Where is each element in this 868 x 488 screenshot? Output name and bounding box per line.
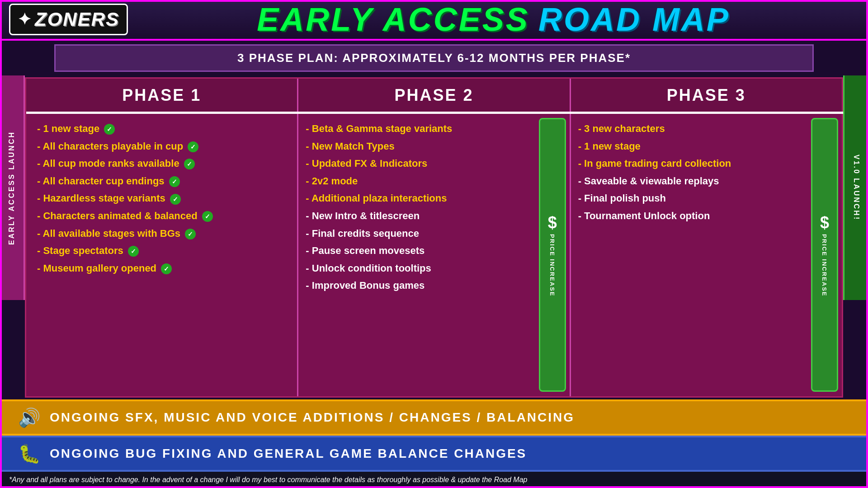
phase-banner-container: 3 PHASE PLAN: APPROXIMATELY 6-12 MONTHS … xyxy=(0,41,868,75)
bug-banner-text: ONGOING BUG FIXING AND GENERAL GAME BALA… xyxy=(50,446,527,461)
phase-banner-text: 3 PHASE PLAN: APPROXIMATELY 6-12 MONTHS … xyxy=(237,51,631,65)
logo-name: ZONERS xyxy=(35,9,119,30)
sound-icon: 🔊 xyxy=(18,407,41,428)
checkmark-icon: ✓ xyxy=(161,263,172,274)
timeline-arrow xyxy=(26,112,855,114)
checkmark-icon: ✓ xyxy=(184,159,195,169)
sfx-banner: 🔊 ONGOING SFX, MUSIC AND VOICE ADDITIONS… xyxy=(0,399,868,436)
phase-2-price-bar: $ Price Increase xyxy=(539,118,566,392)
phase-banner: 3 PHASE PLAN: APPROXIMATELY 6-12 MONTHS … xyxy=(54,44,814,72)
header: ✦ ZONERS EARLY ACCESS ROAD MAP xyxy=(0,0,868,41)
phases-grid: PHASE 1 - 1 new stage ✓ - All characters… xyxy=(25,77,843,398)
list-item: - New Intro & titlescreen xyxy=(306,210,528,223)
road-map-title: ROAD MAP xyxy=(538,1,730,38)
list-item: - Beta & Gamma stage variants xyxy=(306,122,528,136)
sfx-banner-text: ONGOING SFX, MUSIC AND VOICE ADDITIONS /… xyxy=(50,410,575,425)
timeline-line xyxy=(26,112,864,114)
list-item: - Saveable & viewable replays xyxy=(578,175,800,188)
checkmark-icon: ✓ xyxy=(185,229,196,239)
phase-3-header: PHASE 3 xyxy=(571,79,842,113)
price-dollar-icon: $ xyxy=(548,213,557,232)
list-item: - 1 new stage ✓ xyxy=(37,122,286,136)
phase-2-list: - Beta & Gamma stage variants - New Matc… xyxy=(298,113,535,396)
list-item: - Final polish push xyxy=(578,192,800,205)
checkmark-icon: ✓ xyxy=(202,211,213,222)
price-increase-label: Price Increase xyxy=(549,234,556,297)
price-increase-2-label: Price Increase xyxy=(821,234,828,297)
checkmark-icon: ✓ xyxy=(169,176,180,187)
bug-banner: 🐛 ONGOING BUG FIXING AND GENERAL GAME BA… xyxy=(0,436,868,472)
phase-1-header: PHASE 1 xyxy=(26,79,297,113)
list-item: - Tournament Unlock option xyxy=(578,210,800,223)
phase-2-with-price: - Beta & Gamma stage variants - New Matc… xyxy=(298,113,569,396)
list-item: - All available stages with BGs ✓ xyxy=(37,227,286,240)
phase-1-title: PHASE 1 xyxy=(122,86,201,104)
list-item: - Stage spectators ✓ xyxy=(37,244,286,258)
list-item: - Unlock condition tooltips xyxy=(306,262,528,275)
content-wrapper: EARLY ACCESS LAUNCH V1.0 LAUNCH! PHASE 1… xyxy=(0,75,868,399)
checkmark-icon: ✓ xyxy=(170,194,181,205)
list-item: - Updated FX & Indicators xyxy=(306,157,528,170)
disclaimer-text: *Any and all plans are subject to change… xyxy=(9,476,527,484)
checkmark-icon: ✓ xyxy=(104,124,115,135)
early-access-title: EARLY ACCESS xyxy=(257,1,529,38)
list-item: - Improved Bonus games xyxy=(306,279,528,292)
phase-1-column: PHASE 1 - 1 new stage ✓ - All characters… xyxy=(26,79,298,396)
phase-2-column: PHASE 2 - Beta & Gamma stage variants - … xyxy=(298,79,571,396)
phase-1-content: - 1 new stage ✓ - All characters playabl… xyxy=(26,113,297,396)
list-item: - 2v2 mode xyxy=(306,175,528,188)
checkmark-icon: ✓ xyxy=(128,246,139,257)
list-item: - Characters animated & balanced ✓ xyxy=(37,210,286,223)
early-access-label: EARLY ACCESS LAUNCH xyxy=(0,75,25,300)
list-item: - Pause screen movesets xyxy=(306,244,528,258)
list-item: - Hazardless stage variants ✓ xyxy=(37,192,286,205)
list-item: - In game trading card collection xyxy=(578,157,800,170)
phase-3-column: PHASE 3 - 3 new characters - 1 new stage… xyxy=(571,79,842,396)
list-item: - New Match Types xyxy=(306,140,528,153)
phase-3-price-bar: $ Price Increase xyxy=(811,118,838,392)
logo-star-icon: ✦ xyxy=(18,10,31,29)
main-container: ✦ ZONERS EARLY ACCESS ROAD MAP 3 PHASE P… xyxy=(0,0,868,488)
phase-3-list: - 3 new characters - 1 new stage - In ga… xyxy=(571,113,807,396)
list-item: - All cup mode ranks available ✓ xyxy=(37,157,286,170)
v10-launch-label-text: V1.0 LAUNCH! xyxy=(852,155,860,221)
disclaimer-bar: *Any and all plans are subject to change… xyxy=(0,472,868,488)
phase-3-title: PHASE 3 xyxy=(667,86,746,104)
early-access-label-text: EARLY ACCESS LAUNCH xyxy=(7,131,16,245)
list-item: - 3 new characters xyxy=(578,122,800,136)
list-item: - Final credits sequence xyxy=(306,227,528,240)
title-area: EARLY ACCESS ROAD MAP xyxy=(128,1,859,38)
list-item: - Additional plaza interactions xyxy=(306,192,528,205)
phase-2-header: PHASE 2 xyxy=(298,79,569,113)
bug-icon: 🐛 xyxy=(18,443,41,465)
v10-launch-label: V1.0 LAUNCH! xyxy=(843,75,868,300)
list-item: - 1 new stage xyxy=(578,140,800,153)
price-dollar-2-icon: $ xyxy=(820,213,829,232)
phase-2-title: PHASE 2 xyxy=(394,86,473,104)
list-item: - All character cup endings ✓ xyxy=(37,175,286,188)
bottom-banners: 🔊 ONGOING SFX, MUSIC AND VOICE ADDITIONS… xyxy=(0,399,868,472)
checkmark-icon: ✓ xyxy=(188,141,198,152)
list-item: - All characters playable in cup ✓ xyxy=(37,140,286,153)
logo-box: ✦ ZONERS xyxy=(9,4,128,35)
list-item: - Museum gallery opened ✓ xyxy=(37,262,286,275)
phase-3-with-price: - 3 new characters - 1 new stage - In ga… xyxy=(571,113,842,396)
